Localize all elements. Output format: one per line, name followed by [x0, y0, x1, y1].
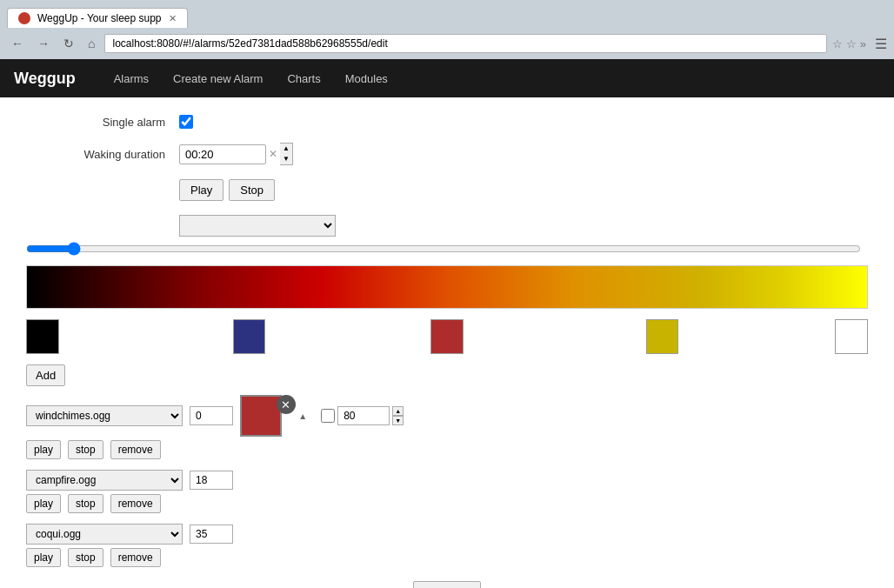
waking-duration-label: Waking duration — [26, 148, 165, 161]
sound-select-0[interactable]: windchimes.ogg — [26, 405, 183, 426]
forward-button[interactable]: → — [33, 35, 54, 52]
tab-favicon — [18, 12, 30, 24]
duration-input-group: ✕ ▲ ▼ — [179, 143, 293, 165]
time-slider[interactable] — [26, 244, 861, 254]
clear-duration-button[interactable]: ✕ — [266, 148, 280, 160]
sound-buttons-0: play stop remove — [26, 440, 868, 459]
sound-select-2[interactable]: coqui.ogg — [26, 524, 183, 545]
star2-icon[interactable]: ☆ — [846, 37, 857, 50]
waking-duration-row: Waking duration ✕ ▲ ▼ — [26, 143, 868, 165]
remove-sound-2[interactable]: remove — [110, 548, 161, 567]
navbar-brand: Weggup — [14, 70, 76, 88]
color-picker-trigger-0[interactable]: ✕ ▲ — [240, 395, 307, 437]
volume-checkbox-0[interactable] — [321, 409, 335, 423]
sound-row-2: coqui.ogg — [26, 524, 868, 545]
remove-sound-0[interactable]: remove — [110, 440, 161, 459]
nav-alarms[interactable]: Alarms — [102, 62, 161, 96]
sound-rows: windchimes.ogg ✕ ▲ ▲ ▼ — [26, 395, 868, 567]
submit-button[interactable]: Senden — [413, 581, 482, 588]
star-icon[interactable]: ☆ — [832, 37, 843, 50]
swatch-1[interactable] — [233, 319, 266, 354]
duration-input[interactable] — [179, 144, 266, 164]
tab-close-button[interactable]: ✕ — [169, 13, 177, 24]
address-icons: ☆ ☆ » — [832, 37, 866, 50]
sound-value-0[interactable] — [190, 406, 233, 425]
close-color-button-0[interactable]: ✕ — [277, 395, 296, 414]
duration-down-button[interactable]: ▼ — [280, 154, 292, 164]
volume-spinner-0: ▲ ▼ — [392, 406, 404, 425]
menu-button[interactable]: ☰ — [875, 36, 887, 52]
volume-input-0[interactable] — [337, 406, 390, 425]
swatch-0[interactable] — [26, 319, 59, 354]
nav-create-alarm[interactable]: Create new Alarm — [161, 62, 275, 96]
browser-chrome: WeggUp - Your sleep supp ✕ ← → ↻ ⌂ ☆ ☆ »… — [0, 0, 894, 59]
nav-charts[interactable]: Charts — [275, 62, 332, 96]
sound-row-1: campfire.ogg — [26, 470, 868, 491]
single-alarm-row: Single alarm — [26, 115, 868, 129]
url-input[interactable] — [104, 34, 826, 53]
swatch-3[interactable] — [646, 319, 679, 354]
home-button[interactable]: ⌂ — [83, 35, 99, 52]
volume-group-0: ▲ ▼ — [321, 406, 404, 425]
sound-select-1[interactable]: campfire.ogg — [26, 470, 183, 491]
add-button[interactable]: Add — [26, 364, 65, 386]
stop-sound-1[interactable]: stop — [68, 494, 103, 513]
duration-spinner: ▲ ▼ — [280, 143, 293, 165]
sound-value-1[interactable] — [190, 471, 233, 490]
play-stop-row: Play Stop — [179, 179, 868, 201]
play-sound-2[interactable]: play — [26, 548, 61, 567]
page-content: Single alarm Waking duration ✕ ▲ ▼ Play … — [0, 97, 894, 588]
vol-up-0[interactable]: ▲ — [392, 406, 404, 416]
sound-buttons-2: play stop remove — [26, 548, 868, 567]
gradient-bar — [26, 265, 868, 309]
main-sound-select[interactable] — [179, 215, 336, 237]
tab-bar: WeggUp - Your sleep supp ✕ — [0, 0, 894, 28]
page-wrapper: Weggup Alarms Create new Alarm Charts Mo… — [0, 59, 894, 588]
back-button[interactable]: ← — [7, 35, 28, 52]
play-sound-0[interactable]: play — [26, 440, 61, 459]
play-sound-1[interactable]: play — [26, 494, 61, 513]
slider-container — [26, 244, 868, 257]
play-button[interactable]: Play — [179, 179, 224, 201]
remove-sound-1[interactable]: remove — [110, 494, 161, 513]
stop-sound-0[interactable]: stop — [68, 440, 103, 459]
arrow-up-0: ▲ — [298, 411, 307, 421]
sound-buttons-1: play stop remove — [26, 494, 868, 513]
browser-tab[interactable]: WeggUp - Your sleep supp ✕ — [7, 8, 188, 28]
vol-down-0[interactable]: ▼ — [392, 416, 404, 425]
navbar: Weggup Alarms Create new Alarm Charts Mo… — [0, 59, 894, 97]
single-alarm-checkbox[interactable] — [179, 115, 193, 129]
sound-select-row — [179, 215, 868, 237]
sound-row-0: windchimes.ogg ✕ ▲ ▲ ▼ — [26, 395, 868, 437]
swatch-4[interactable] — [835, 319, 868, 354]
swatch-2[interactable] — [430, 319, 464, 354]
reload-button[interactable]: ↻ — [59, 35, 78, 52]
single-alarm-label: Single alarm — [26, 116, 165, 129]
address-bar: ← → ↻ ⌂ ☆ ☆ » ☰ — [0, 28, 894, 59]
color-swatches-row — [26, 319, 868, 354]
sound-value-2[interactable] — [190, 525, 233, 544]
duration-up-button[interactable]: ▲ — [280, 144, 292, 154]
stop-sound-2[interactable]: stop — [68, 548, 103, 567]
stop-button[interactable]: Stop — [229, 179, 275, 201]
nav-modules[interactable]: Modules — [333, 62, 400, 96]
tab-title: WeggUp - Your sleep supp — [37, 12, 162, 24]
more-icon[interactable]: » — [860, 37, 866, 50]
